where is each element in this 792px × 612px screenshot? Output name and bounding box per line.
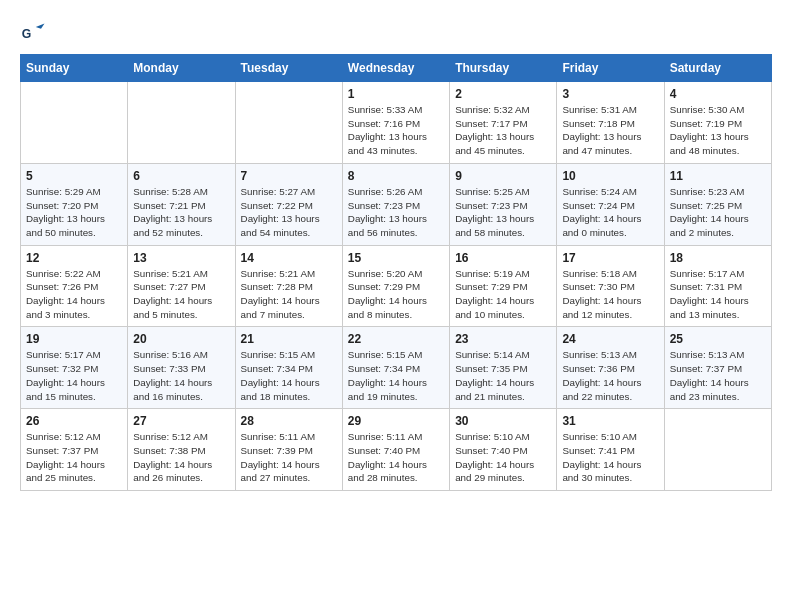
day-of-week-header: Friday <box>557 55 664 82</box>
day-of-week-header: Saturday <box>664 55 771 82</box>
calendar-cell: 15Sunrise: 5:20 AMSunset: 7:29 PMDayligh… <box>342 245 449 327</box>
calendar-cell: 13Sunrise: 5:21 AMSunset: 7:27 PMDayligh… <box>128 245 235 327</box>
calendar-cell: 3Sunrise: 5:31 AMSunset: 7:18 PMDaylight… <box>557 82 664 164</box>
day-info: Sunrise: 5:20 AMSunset: 7:29 PMDaylight:… <box>348 267 444 322</box>
calendar-week-row: 5Sunrise: 5:29 AMSunset: 7:20 PMDaylight… <box>21 163 772 245</box>
calendar-cell: 4Sunrise: 5:30 AMSunset: 7:19 PMDaylight… <box>664 82 771 164</box>
day-number: 10 <box>562 169 658 183</box>
calendar-cell: 23Sunrise: 5:14 AMSunset: 7:35 PMDayligh… <box>450 327 557 409</box>
day-number: 6 <box>133 169 229 183</box>
day-info: Sunrise: 5:11 AMSunset: 7:40 PMDaylight:… <box>348 430 444 485</box>
day-number: 31 <box>562 414 658 428</box>
day-number: 15 <box>348 251 444 265</box>
day-info: Sunrise: 5:31 AMSunset: 7:18 PMDaylight:… <box>562 103 658 158</box>
day-number: 25 <box>670 332 766 346</box>
calendar-week-row: 1Sunrise: 5:33 AMSunset: 7:16 PMDaylight… <box>21 82 772 164</box>
day-number: 30 <box>455 414 551 428</box>
svg-text:G: G <box>22 27 32 41</box>
day-info: Sunrise: 5:33 AMSunset: 7:16 PMDaylight:… <box>348 103 444 158</box>
day-of-week-header: Thursday <box>450 55 557 82</box>
day-info: Sunrise: 5:23 AMSunset: 7:25 PMDaylight:… <box>670 185 766 240</box>
calendar-body: 1Sunrise: 5:33 AMSunset: 7:16 PMDaylight… <box>21 82 772 491</box>
calendar-cell: 7Sunrise: 5:27 AMSunset: 7:22 PMDaylight… <box>235 163 342 245</box>
day-info: Sunrise: 5:14 AMSunset: 7:35 PMDaylight:… <box>455 348 551 403</box>
calendar-cell: 19Sunrise: 5:17 AMSunset: 7:32 PMDayligh… <box>21 327 128 409</box>
day-info: Sunrise: 5:13 AMSunset: 7:36 PMDaylight:… <box>562 348 658 403</box>
calendar-cell: 30Sunrise: 5:10 AMSunset: 7:40 PMDayligh… <box>450 409 557 491</box>
day-info: Sunrise: 5:16 AMSunset: 7:33 PMDaylight:… <box>133 348 229 403</box>
calendar-cell: 26Sunrise: 5:12 AMSunset: 7:37 PMDayligh… <box>21 409 128 491</box>
calendar-cell: 1Sunrise: 5:33 AMSunset: 7:16 PMDaylight… <box>342 82 449 164</box>
day-number: 4 <box>670 87 766 101</box>
day-number: 20 <box>133 332 229 346</box>
day-info: Sunrise: 5:13 AMSunset: 7:37 PMDaylight:… <box>670 348 766 403</box>
day-info: Sunrise: 5:22 AMSunset: 7:26 PMDaylight:… <box>26 267 122 322</box>
day-info: Sunrise: 5:30 AMSunset: 7:19 PMDaylight:… <box>670 103 766 158</box>
day-info: Sunrise: 5:32 AMSunset: 7:17 PMDaylight:… <box>455 103 551 158</box>
day-number: 18 <box>670 251 766 265</box>
day-info: Sunrise: 5:27 AMSunset: 7:22 PMDaylight:… <box>241 185 337 240</box>
calendar-cell <box>21 82 128 164</box>
day-info: Sunrise: 5:25 AMSunset: 7:23 PMDaylight:… <box>455 185 551 240</box>
calendar-cell: 20Sunrise: 5:16 AMSunset: 7:33 PMDayligh… <box>128 327 235 409</box>
day-info: Sunrise: 5:21 AMSunset: 7:28 PMDaylight:… <box>241 267 337 322</box>
day-info: Sunrise: 5:29 AMSunset: 7:20 PMDaylight:… <box>26 185 122 240</box>
calendar-cell <box>128 82 235 164</box>
day-number: 17 <box>562 251 658 265</box>
day-number: 12 <box>26 251 122 265</box>
calendar-cell: 8Sunrise: 5:26 AMSunset: 7:23 PMDaylight… <box>342 163 449 245</box>
calendar-cell: 22Sunrise: 5:15 AMSunset: 7:34 PMDayligh… <box>342 327 449 409</box>
day-info: Sunrise: 5:15 AMSunset: 7:34 PMDaylight:… <box>348 348 444 403</box>
calendar-cell: 5Sunrise: 5:29 AMSunset: 7:20 PMDaylight… <box>21 163 128 245</box>
calendar-cell: 29Sunrise: 5:11 AMSunset: 7:40 PMDayligh… <box>342 409 449 491</box>
day-info: Sunrise: 5:28 AMSunset: 7:21 PMDaylight:… <box>133 185 229 240</box>
day-number: 8 <box>348 169 444 183</box>
calendar-cell <box>664 409 771 491</box>
day-info: Sunrise: 5:19 AMSunset: 7:29 PMDaylight:… <box>455 267 551 322</box>
calendar-week-row: 26Sunrise: 5:12 AMSunset: 7:37 PMDayligh… <box>21 409 772 491</box>
day-info: Sunrise: 5:11 AMSunset: 7:39 PMDaylight:… <box>241 430 337 485</box>
day-number: 29 <box>348 414 444 428</box>
day-number: 23 <box>455 332 551 346</box>
day-number: 11 <box>670 169 766 183</box>
day-info: Sunrise: 5:15 AMSunset: 7:34 PMDaylight:… <box>241 348 337 403</box>
day-info: Sunrise: 5:17 AMSunset: 7:31 PMDaylight:… <box>670 267 766 322</box>
day-number: 14 <box>241 251 337 265</box>
day-info: Sunrise: 5:12 AMSunset: 7:38 PMDaylight:… <box>133 430 229 485</box>
calendar-cell: 9Sunrise: 5:25 AMSunset: 7:23 PMDaylight… <box>450 163 557 245</box>
header: G <box>20 20 772 48</box>
day-info: Sunrise: 5:21 AMSunset: 7:27 PMDaylight:… <box>133 267 229 322</box>
day-number: 28 <box>241 414 337 428</box>
calendar-cell <box>235 82 342 164</box>
day-of-week-header: Tuesday <box>235 55 342 82</box>
day-number: 2 <box>455 87 551 101</box>
calendar-cell: 17Sunrise: 5:18 AMSunset: 7:30 PMDayligh… <box>557 245 664 327</box>
day-number: 26 <box>26 414 122 428</box>
calendar-cell: 21Sunrise: 5:15 AMSunset: 7:34 PMDayligh… <box>235 327 342 409</box>
day-number: 22 <box>348 332 444 346</box>
calendar-week-row: 12Sunrise: 5:22 AMSunset: 7:26 PMDayligh… <box>21 245 772 327</box>
calendar-cell: 14Sunrise: 5:21 AMSunset: 7:28 PMDayligh… <box>235 245 342 327</box>
calendar-cell: 25Sunrise: 5:13 AMSunset: 7:37 PMDayligh… <box>664 327 771 409</box>
day-info: Sunrise: 5:18 AMSunset: 7:30 PMDaylight:… <box>562 267 658 322</box>
calendar-cell: 10Sunrise: 5:24 AMSunset: 7:24 PMDayligh… <box>557 163 664 245</box>
day-number: 24 <box>562 332 658 346</box>
day-info: Sunrise: 5:10 AMSunset: 7:40 PMDaylight:… <box>455 430 551 485</box>
logo-icon: G <box>20 20 48 48</box>
day-info: Sunrise: 5:17 AMSunset: 7:32 PMDaylight:… <box>26 348 122 403</box>
calendar-cell: 11Sunrise: 5:23 AMSunset: 7:25 PMDayligh… <box>664 163 771 245</box>
calendar-cell: 12Sunrise: 5:22 AMSunset: 7:26 PMDayligh… <box>21 245 128 327</box>
day-number: 16 <box>455 251 551 265</box>
calendar-cell: 16Sunrise: 5:19 AMSunset: 7:29 PMDayligh… <box>450 245 557 327</box>
calendar-table: SundayMondayTuesdayWednesdayThursdayFrid… <box>20 54 772 491</box>
day-info: Sunrise: 5:26 AMSunset: 7:23 PMDaylight:… <box>348 185 444 240</box>
day-number: 1 <box>348 87 444 101</box>
day-number: 7 <box>241 169 337 183</box>
day-number: 21 <box>241 332 337 346</box>
day-of-week-header: Wednesday <box>342 55 449 82</box>
day-info: Sunrise: 5:10 AMSunset: 7:41 PMDaylight:… <box>562 430 658 485</box>
day-number: 5 <box>26 169 122 183</box>
day-number: 9 <box>455 169 551 183</box>
calendar-cell: 6Sunrise: 5:28 AMSunset: 7:21 PMDaylight… <box>128 163 235 245</box>
calendar-cell: 2Sunrise: 5:32 AMSunset: 7:17 PMDaylight… <box>450 82 557 164</box>
